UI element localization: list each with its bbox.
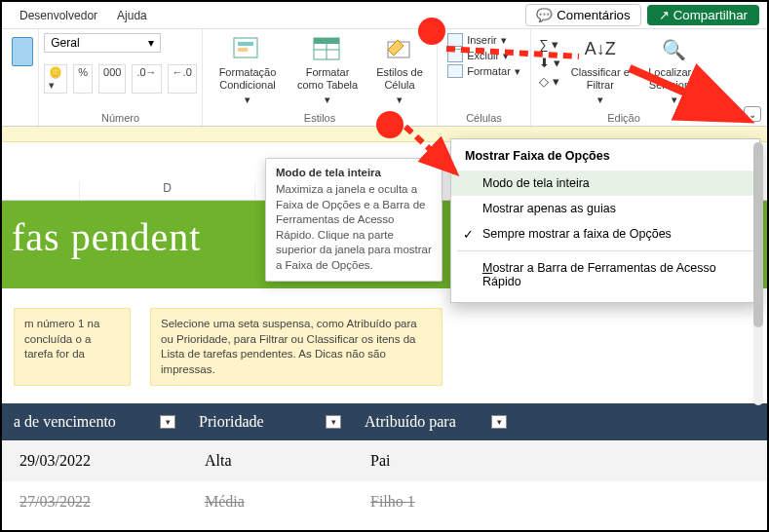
filter-dropdown-icon[interactable]: ▾ bbox=[160, 415, 175, 429]
conditional-formatting-label: Formatação Condicional bbox=[214, 66, 281, 92]
menu-item-label: ostrar a Barra de Ferramentas de Acesso … bbox=[482, 261, 716, 288]
table-row[interactable]: 29/03/2022 Alta Pai bbox=[2, 440, 767, 481]
comma-format-button[interactable]: 000 bbox=[98, 64, 126, 94]
format-as-table-button[interactable]: Formatar como Tabela ▾ bbox=[290, 33, 365, 109]
menu-item-accelerator: M bbox=[482, 261, 492, 275]
share-icon: ↗ bbox=[659, 8, 670, 22]
menu-separator bbox=[457, 250, 753, 251]
share-label: Compartilhar bbox=[673, 8, 748, 22]
find-select-label: Localizar e Selecionar bbox=[644, 66, 705, 92]
scrollbar-thumb[interactable] bbox=[753, 142, 763, 327]
fill-button[interactable]: ⬇ ▾ bbox=[539, 56, 560, 70]
svg-rect-2 bbox=[238, 48, 248, 52]
ribbon-group-cells: Inserir ▾ Excluir ▾ Formatar ▾ Células bbox=[438, 29, 531, 126]
comments-label: Comentários bbox=[557, 8, 631, 22]
cell-styles-label: Estilos de Célula bbox=[374, 66, 425, 92]
hint-box-2: Selecione uma seta suspensa, como Atribu… bbox=[150, 308, 442, 386]
number-format-value: Geral bbox=[51, 36, 79, 50]
share-button[interactable]: ↗ Compartilhar bbox=[647, 5, 759, 25]
menu-item-label: Sempre mostrar a faixa de Opções bbox=[482, 227, 672, 241]
format-icon bbox=[447, 64, 463, 78]
menu-item-fullscreen[interactable]: Modo de tela inteira bbox=[451, 171, 759, 196]
filter-dropdown-icon[interactable]: ▾ bbox=[326, 415, 341, 429]
menu-title: Mostrar Faixa de Opções bbox=[451, 145, 759, 171]
fullscreen-tooltip: Modo de tela inteira Maximiza a janela e… bbox=[265, 158, 442, 282]
table-icon bbox=[312, 35, 343, 64]
percent-format-button[interactable]: % bbox=[73, 64, 93, 94]
annotation-dot bbox=[418, 18, 445, 45]
decrease-decimal-button[interactable]: ←.0 bbox=[168, 64, 197, 94]
delete-icon bbox=[447, 49, 463, 62]
sort-filter-label: Classificar e Filtrar bbox=[570, 66, 631, 92]
menu-item-show-qat[interactable]: Mostrar a Barra de Ferramentas de Acesso… bbox=[451, 255, 759, 294]
menu-item-tabs-only[interactable]: Mostrar apenas as guias bbox=[451, 196, 759, 221]
menu-item-always-show[interactable]: ✓Sempre mostrar a faixa de Opções bbox=[451, 221, 759, 247]
ribbon-display-menu: Mostrar Faixa de Opções Modo de tela int… bbox=[450, 138, 760, 303]
sheet-title: fas pendent bbox=[12, 215, 201, 259]
table-header-row: a de vencimento▾ Prioridade▾ Atribuído p… bbox=[2, 403, 767, 440]
table-header-assigned[interactable]: Atribuído para▾ bbox=[353, 403, 519, 440]
sort-filter-button[interactable]: A↓Z Classificar e Filtrar ▾ bbox=[566, 33, 634, 109]
header-label-priority: Prioridade bbox=[199, 413, 264, 431]
column-header-d[interactable]: D bbox=[80, 181, 255, 200]
number-format-dropdown[interactable]: Geral ▾ bbox=[44, 33, 161, 53]
header-label-assigned: Atribuído para bbox=[365, 413, 456, 431]
increase-decimal-button[interactable]: .0→ bbox=[132, 64, 161, 94]
cell-styles-icon bbox=[384, 35, 415, 64]
editing-group-label: Edição bbox=[607, 110, 640, 124]
cell-due-date[interactable]: 29/03/2022 bbox=[2, 440, 187, 481]
delete-label: Excluir bbox=[467, 50, 499, 61]
accounting-format-button[interactable]: 🪙▾ bbox=[44, 64, 67, 94]
cell-priority[interactable]: Alta bbox=[187, 440, 353, 481]
menubar: Desenvolvedor Ajuda 💬 Comentários ↗ Comp… bbox=[2, 2, 767, 29]
table-header-priority[interactable]: Prioridade▾ bbox=[187, 403, 353, 440]
table-row[interactable]: 27/03/2022 Média Filho 1 bbox=[2, 481, 767, 522]
tooltip-body: Maximiza a janela e oculta a Faixa de Op… bbox=[276, 182, 432, 273]
format-label: Formatar bbox=[467, 65, 511, 77]
search-icon: 🔍 bbox=[659, 35, 690, 64]
cells-group-label: Células bbox=[466, 110, 502, 124]
ribbon-group-styles: Formatação Condicional ▾ Formatar como T… bbox=[203, 29, 438, 126]
cell-assigned[interactable]: Filho 1 bbox=[353, 481, 519, 522]
cell-priority[interactable]: Média bbox=[187, 481, 353, 522]
filter-dropdown-icon[interactable]: ▾ bbox=[491, 415, 507, 429]
ribbon-group-clipboard bbox=[6, 29, 39, 126]
chevron-down-icon: ▾ bbox=[148, 36, 154, 50]
menu-developer[interactable]: Desenvolvedor bbox=[10, 5, 107, 26]
insert-label: Inserir bbox=[467, 34, 497, 46]
insert-icon bbox=[447, 33, 463, 47]
conditional-formatting-icon bbox=[232, 35, 263, 64]
header-label-due: a de vencimento bbox=[14, 413, 116, 431]
delete-cells-button[interactable]: Excluir ▾ bbox=[447, 49, 520, 62]
sort-filter-icon: A↓Z bbox=[585, 35, 616, 64]
hints-row: m número 1 na concluída o a tarefa for d… bbox=[2, 288, 767, 396]
hint-box-1: m número 1 na concluída o a tarefa for d… bbox=[14, 308, 131, 386]
svg-rect-1 bbox=[238, 42, 253, 46]
styles-group-label: Estilos bbox=[304, 110, 335, 124]
comment-icon: 💬 bbox=[536, 8, 553, 22]
find-select-button[interactable]: 🔍 Localizar e Selecionar ▾ bbox=[640, 33, 709, 109]
annotation-dot bbox=[376, 111, 404, 138]
vertical-scrollbar[interactable] bbox=[753, 142, 763, 405]
format-cells-button[interactable]: Formatar ▾ bbox=[447, 64, 520, 78]
cell-assigned[interactable]: Pai bbox=[353, 440, 519, 481]
insert-cells-button[interactable]: Inserir ▾ bbox=[447, 33, 520, 47]
conditional-formatting-button[interactable]: Formatação Condicional ▾ bbox=[211, 33, 285, 109]
ribbon-display-options-button[interactable]: ⌄ bbox=[744, 106, 761, 122]
clear-button[interactable]: ◇ ▾ bbox=[539, 74, 560, 89]
ribbon-group-editing: ∑ ▾ ⬇ ▾ ◇ ▾ A↓Z Classificar e Filtrar ▾ … bbox=[531, 29, 716, 126]
table-header-due-date[interactable]: a de vencimento▾ bbox=[2, 403, 187, 440]
comments-button[interactable]: 💬 Comentários bbox=[525, 4, 641, 26]
menu-help[interactable]: Ajuda bbox=[107, 5, 157, 26]
format-as-table-label: Formatar como Tabela bbox=[294, 66, 361, 92]
autosum-button[interactable]: ∑ ▾ bbox=[539, 37, 560, 52]
cell-due-date[interactable]: 27/03/2022 bbox=[2, 481, 187, 522]
check-icon: ✓ bbox=[463, 227, 474, 242]
number-group-label: Número bbox=[101, 110, 139, 124]
cell-styles-button[interactable]: Estilos de Célula ▾ bbox=[370, 33, 429, 109]
tooltip-title: Modo de tela inteira bbox=[276, 167, 432, 178]
ribbon-group-number: Geral ▾ 🪙▾ % 000 .0→ ←.0 Número bbox=[39, 29, 203, 126]
clipboard-icon[interactable] bbox=[12, 37, 33, 66]
